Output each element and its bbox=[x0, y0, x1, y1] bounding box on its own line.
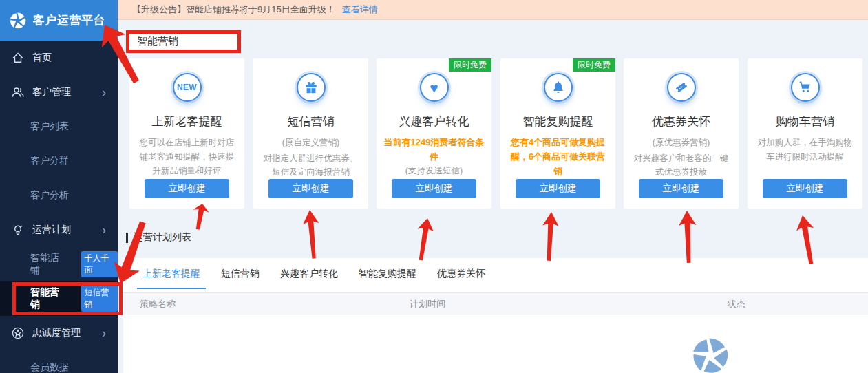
sidebar-badge: 短信营销 bbox=[81, 286, 118, 312]
sidebar-item-label: 客户列表 bbox=[30, 120, 69, 133]
plan-list-tabs: 上新老客提醒 短信营销 兴趣客户转化 智能复购提醒 优惠券关怀 bbox=[123, 258, 868, 289]
heart-icon: ♥ bbox=[420, 73, 449, 102]
section-title: 运营计划列表 bbox=[134, 231, 191, 244]
sidebar-badge: 千人千面 bbox=[81, 251, 118, 277]
pinwheel-logo-icon bbox=[9, 12, 27, 30]
sidebar-item-label: 客户分析 bbox=[30, 189, 69, 202]
main-content: 【升级公告】智能店铺推荐将于9月15日全面升级！ 查看详情 智能营销 NEW 上… bbox=[118, 0, 868, 373]
chevron-right-icon: › bbox=[102, 327, 106, 339]
card-note: (支持发送短信) bbox=[377, 165, 491, 177]
card-desc: 对指定人群进行优惠券、短信及定向海报营销 bbox=[253, 151, 368, 180]
card-desc: 您可以在店铺上新时对店铺老客通知提醒，快速提升新品销量和好评 bbox=[129, 136, 244, 178]
tab-sms-marketing[interactable]: 短信营销 bbox=[220, 258, 261, 289]
card-desc: 对兴趣客户和老客的一键式优惠券投放 bbox=[624, 151, 739, 180]
sidebar-item-customer-list[interactable]: 客户列表 bbox=[0, 109, 118, 144]
sidebar-item-customer-groups[interactable]: 客户分群 bbox=[0, 144, 118, 178]
card-title: 兴趣客户转化 bbox=[377, 114, 491, 129]
active-tab-underline bbox=[137, 288, 206, 289]
section-bar bbox=[126, 233, 128, 243]
card-subtitle: (原自定义营销) bbox=[253, 136, 368, 150]
sidebar-item-customer-analysis[interactable]: 客户分析 bbox=[0, 178, 118, 213]
bulb-icon bbox=[11, 223, 25, 237]
create-now-button[interactable]: 立即创建 bbox=[639, 179, 723, 198]
tab-label: 兴趣客户转化 bbox=[280, 268, 338, 279]
tab-coupon-care[interactable]: 优惠券关怀 bbox=[436, 258, 487, 289]
card-title: 智能复购提醒 bbox=[500, 114, 615, 129]
users-icon bbox=[11, 85, 25, 99]
chevron-right-icon: › bbox=[102, 224, 106, 236]
sidebar-item-smart-shop[interactable]: 智能店铺 千人千面 bbox=[0, 247, 118, 281]
sidebar-item-home[interactable]: 首页 bbox=[0, 41, 118, 75]
home-icon bbox=[11, 51, 25, 65]
upgrade-notice-banner: 【升级公告】智能店铺推荐将于9月15日全面升级！ 查看详情 bbox=[118, 0, 868, 20]
star-icon bbox=[11, 326, 25, 340]
page-title: 智能营销 bbox=[126, 30, 241, 53]
tab-label: 上新老客提醒 bbox=[142, 268, 200, 279]
card-title: 优惠券关怀 bbox=[624, 114, 739, 129]
sidebar-item-loyalty-mgmt[interactable]: 忠诚度管理 › bbox=[0, 316, 118, 350]
table-header-row: 策略名称 计划时间 状态 bbox=[123, 292, 868, 315]
plan-list-panel: 上新老客提醒 短信营销 兴趣客户转化 智能复购提醒 优惠券关怀 策略名称 计划时… bbox=[123, 258, 868, 373]
plan-list-section-header: 运营计划列表 bbox=[126, 231, 191, 244]
limited-free-badge: 限时免费 bbox=[573, 58, 615, 72]
card-title: 短信营销 bbox=[253, 114, 368, 129]
card-cart-marketing: 购物车营销 对加购人群，在手淘购物车进行限时活动提醒 立即创建 bbox=[748, 58, 862, 209]
card-interest-conversion: 限时免费 ♥ 兴趣客户转化 当前有1249消费者符合条件 (支持发送短信) 立即… bbox=[377, 58, 491, 209]
banner-text: 【升级公告】智能店铺推荐将于9月15日全面升级！ bbox=[132, 3, 335, 16]
card-title: 上新老客提醒 bbox=[129, 114, 244, 129]
new-icon-text: NEW bbox=[177, 83, 197, 92]
tab-repurchase-reminder[interactable]: 智能复购提醒 bbox=[357, 258, 418, 289]
sidebar-item-label: 会员数据 bbox=[30, 361, 69, 373]
sidebar-item-label: 智能营销 bbox=[30, 286, 65, 311]
column-status: 状态 bbox=[728, 293, 745, 315]
view-details-link[interactable]: 查看详情 bbox=[342, 3, 378, 16]
card-coupon-care: 优惠券关怀 (原优惠券营销) 对兴趣客户和老客的一键式优惠券投放 立即创建 bbox=[624, 58, 739, 209]
tab-interest-conversion[interactable]: 兴趣客户转化 bbox=[279, 258, 339, 289]
create-now-button[interactable]: 立即创建 bbox=[392, 179, 476, 198]
column-strategy-name: 策略名称 bbox=[140, 293, 176, 315]
ticket-icon bbox=[667, 73, 696, 102]
sidebar-item-label: 首页 bbox=[32, 52, 52, 64]
tab-label: 短信营销 bbox=[221, 268, 260, 279]
create-now-button[interactable]: 立即创建 bbox=[268, 179, 353, 198]
sidebar-item-member-data[interactable]: 会员数据 bbox=[0, 350, 118, 373]
app-title: 客户运营平台 bbox=[33, 12, 105, 28]
sidebar: 客户运营平台 首页 客户管理 › 客户列表 客户分群 客户分析 运营计划 › 智… bbox=[0, 0, 118, 373]
card-sms-marketing: 短信营销 (原自定义营销) 对指定人群进行优惠券、短信及定向海报营销 立即创建 bbox=[253, 58, 368, 209]
sidebar-item-label: 忠诚度管理 bbox=[32, 327, 81, 339]
sidebar-item-operation-plan[interactable]: 运营计划 › bbox=[0, 213, 118, 247]
gift-icon bbox=[297, 73, 326, 102]
tab-label: 智能复购提醒 bbox=[359, 268, 416, 279]
sidebar-item-label: 智能店铺 bbox=[30, 252, 65, 277]
card-repurchase-reminder: 限时免费 智能复购提醒 您有4个商品可做复购提醒，6个商品可做关联营销 立即创建 bbox=[500, 58, 615, 209]
limited-free-badge: 限时免费 bbox=[449, 58, 491, 72]
tab-new-arrival-reminder[interactable]: 上新老客提醒 bbox=[141, 258, 202, 289]
chevron-right-icon: › bbox=[102, 86, 106, 98]
create-now-button[interactable]: 立即创建 bbox=[145, 179, 229, 198]
page-title-text: 智能营销 bbox=[137, 35, 178, 48]
loading-spinner-icon bbox=[690, 336, 730, 373]
tab-label: 优惠券关怀 bbox=[437, 268, 485, 279]
card-highlight: 当前有1249消费者符合条件 bbox=[377, 136, 491, 164]
app-logo[interactable]: 客户运营平台 bbox=[0, 0, 118, 41]
sidebar-item-label: 客户分群 bbox=[30, 155, 69, 167]
heart-glyph: ♥ bbox=[430, 81, 438, 95]
sidebar-item-label: 运营计划 bbox=[32, 224, 71, 236]
column-plan-time: 计划时间 bbox=[410, 293, 445, 315]
create-now-button[interactable]: 立即创建 bbox=[516, 179, 600, 198]
card-subtitle: (原优惠券营销) bbox=[624, 136, 739, 150]
bell-icon bbox=[544, 73, 573, 102]
create-now-button[interactable]: 立即创建 bbox=[763, 179, 847, 198]
card-title: 购物车营销 bbox=[748, 114, 862, 129]
card-desc: 对加购人群，在手淘购物车进行限时活动提醒 bbox=[748, 136, 862, 164]
sidebar-item-smart-marketing[interactable]: 智能营销 短信营销 bbox=[0, 281, 118, 316]
sidebar-item-label: 客户管理 bbox=[32, 86, 71, 98]
cart-icon bbox=[791, 73, 820, 102]
sidebar-item-customer-mgmt[interactable]: 客户管理 › bbox=[0, 75, 118, 109]
card-highlight: 您有4个商品可做复购提醒，6个商品可做关联营销 bbox=[500, 136, 615, 178]
card-new-arrival-reminder: NEW 上新老客提醒 您可以在店铺上新时对店铺老客通知提醒，快速提升新品销量和好… bbox=[129, 58, 244, 209]
new-icon: NEW bbox=[173, 73, 202, 102]
